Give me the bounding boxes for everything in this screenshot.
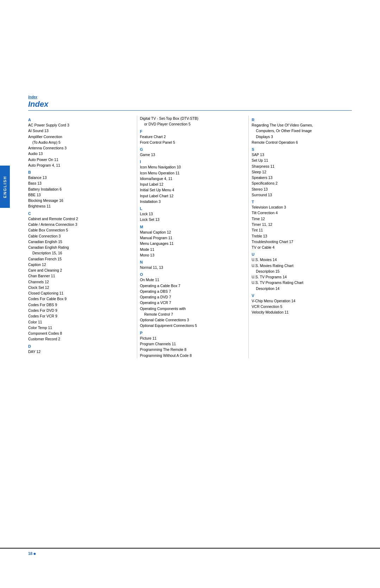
- section-n: N: [140, 260, 240, 264]
- section-d: D: [28, 344, 128, 348]
- list-item: Blocking Message 16: [28, 198, 128, 203]
- list-item: U.S. TV Programs Rating Chart: [252, 280, 352, 285]
- section-a: A: [28, 118, 128, 122]
- list-item: Clock Set 12: [28, 285, 128, 290]
- section-v: V: [252, 293, 352, 298]
- list-item: Operating Components with: [140, 306, 240, 311]
- list-item: Treble 13: [252, 233, 352, 239]
- list-item: Programming The Remote 8: [140, 347, 240, 352]
- list-item: Speakers 13: [252, 175, 352, 180]
- list-item: Specifications 2: [252, 180, 352, 186]
- page-number: 18: [28, 551, 32, 556]
- list-item: Manual Caption 12: [140, 229, 240, 235]
- list-item: Optional Cable Connections 3: [140, 317, 240, 323]
- list-item: Idioma/langue 4, 11: [140, 176, 240, 181]
- list-item: Auto Program 4, 11: [28, 162, 128, 168]
- list-item: Picture 11: [140, 335, 240, 341]
- list-item: Cable Connection 3: [28, 233, 128, 239]
- list-item: Cable / Antenna Connection 3: [28, 222, 128, 227]
- section-r: R: [252, 118, 352, 122]
- list-item: Customer Record 2: [28, 336, 128, 342]
- list-item: V-Chip Menu Operation 14: [252, 298, 352, 304]
- list-item: Color Temp 11: [28, 325, 128, 330]
- list-item: Description 15, 16: [28, 250, 128, 256]
- section-o: O: [140, 272, 240, 277]
- list-item: Codes For DVD 9: [28, 308, 128, 313]
- list-item: Description 15: [252, 268, 352, 274]
- list-item: TV or Cable 4: [252, 245, 352, 250]
- list-item: Troubleshooting Chart 17: [252, 239, 352, 245]
- list-item: Codes For DBS 9: [28, 302, 128, 308]
- list-item: U.S. Movies Rating Chart: [252, 263, 352, 268]
- list-item: Television Location 3: [252, 204, 352, 210]
- section-g: G: [140, 147, 240, 151]
- column-divider-1: [137, 116, 137, 358]
- list-item: Mono 13: [140, 252, 240, 258]
- list-item: or DVD Player Connection 5: [140, 121, 240, 127]
- footer-dot: ●: [33, 551, 36, 556]
- list-item: Program Channels 11: [140, 341, 240, 347]
- column-divider-2: [248, 116, 249, 358]
- section-s: S: [252, 147, 352, 151]
- list-item: Icon Menu Operation 11: [140, 170, 240, 176]
- list-item: Timer 11, 12: [252, 222, 352, 227]
- list-item: AC Power Supply Cord 3: [28, 122, 128, 128]
- list-item: Operating a Cable Box 7: [140, 283, 240, 289]
- list-item: (To Audio Amp) 5: [28, 140, 128, 145]
- list-item: Caption 12: [28, 262, 128, 267]
- list-item: Balance 13: [28, 175, 128, 180]
- list-item: Amplifier Connection: [28, 134, 128, 140]
- list-item: On Mute 11: [140, 277, 240, 283]
- list-item: Codes For Cable Box 9: [28, 296, 128, 302]
- header-divider: [28, 110, 352, 111]
- list-item: Operating a DVD 7: [140, 294, 240, 300]
- index-columns: A AC Power Supply Cord 3 AI Sound 13 Amp…: [28, 116, 352, 358]
- list-item: Installation 3: [140, 199, 240, 204]
- list-item: Brightness 11: [28, 203, 128, 209]
- list-item: Manual Program 11: [140, 235, 240, 241]
- section-f: F: [140, 129, 240, 134]
- list-item: VCR Connection 5: [252, 304, 352, 309]
- list-item: Description 14: [252, 286, 352, 291]
- list-item: Cabinet and Remote Control 2: [28, 216, 128, 222]
- list-item: Menu Languages 11: [140, 241, 240, 246]
- list-item: Initial Set Up Menu 4: [140, 187, 240, 193]
- index-column-2: Digital TV - Set-Top Box (DTV-STB) or DV…: [140, 116, 246, 358]
- list-item: Operating a DBS 7: [140, 289, 240, 294]
- list-item: Lock 13: [140, 211, 240, 217]
- list-item: Tint 11: [252, 227, 352, 233]
- list-item: Set Up 11: [252, 157, 352, 163]
- list-item: Bass 13: [28, 180, 128, 186]
- list-item: U.S. Movies 14: [252, 257, 352, 262]
- index-title: Index: [28, 100, 352, 109]
- list-item: Care and Cleaning 2: [28, 267, 128, 273]
- list-item: Canadian English Rating: [28, 245, 128, 250]
- list-item: Channels 12: [28, 279, 128, 285]
- list-item: Operating a VCR 7: [140, 300, 240, 305]
- page-footer: 18 ●: [0, 548, 380, 556]
- page-container: ENGLISH Index Index A AC Power Supply Co…: [0, 0, 380, 588]
- list-item: Canadian French 15: [28, 256, 128, 262]
- section-p: P: [140, 331, 240, 335]
- list-item: Tilt Correction 4: [252, 210, 352, 216]
- list-item: Displays 3: [252, 134, 352, 140]
- list-item: Input Label Chart 12: [140, 193, 240, 199]
- list-item: Digital TV - Set-Top Box (DTV-STB): [140, 116, 240, 121]
- section-l: L: [140, 206, 240, 211]
- section-t: T: [252, 200, 352, 204]
- english-language-tab: ENGLISH: [0, 166, 10, 208]
- section-b: B: [28, 170, 128, 174]
- list-item: Audio 13: [28, 151, 128, 156]
- list-item: Sharpness 11: [252, 163, 352, 169]
- list-item: Lock Set 13: [140, 217, 240, 222]
- list-item: Antenna Connections 3: [28, 145, 128, 151]
- list-item: Velocity Modulation 11: [252, 309, 352, 315]
- index-header: Index Index: [28, 95, 352, 111]
- list-item: Programming Without A Code 8: [140, 353, 240, 358]
- list-item: Color 11: [28, 319, 128, 325]
- list-item: Component Codes 8: [28, 330, 128, 336]
- list-item: Remote Control 7: [140, 311, 240, 317]
- list-item: Remote Control Operation 6: [252, 140, 352, 145]
- list-item: Closed Captioning 11: [28, 290, 128, 296]
- list-item: Sleep 12: [252, 169, 352, 175]
